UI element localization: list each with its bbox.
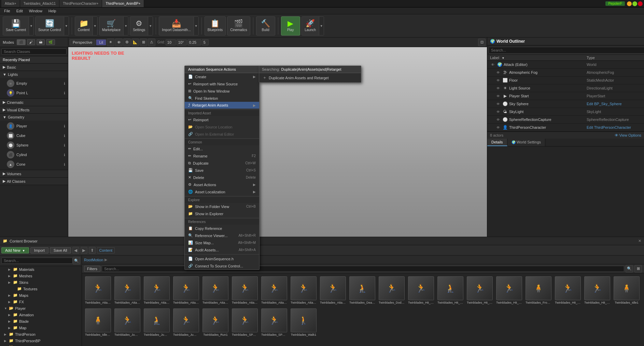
folder-textures[interactable]: 📁 Textures: [0, 286, 82, 292]
ctx-find-skeleton[interactable]: 🔍 Find Skeleton: [185, 95, 259, 102]
ctx-show-folder-view[interactable]: 📂 Show in Folder View Ctrl+B: [185, 203, 259, 210]
source-control-arrow[interactable]: ▼: [64, 17, 69, 35]
outliner-row-player-start[interactable]: 👁 ▶ Player Start PlayerStart: [487, 92, 644, 100]
save-current-arrow[interactable]: ▼: [29, 17, 33, 35]
vp-icon-btn-1[interactable]: ☀: [107, 39, 114, 46]
asset-spattack3[interactable]: 🏃 Twinblades_SPAttack3: [231, 307, 259, 338]
all-classes-section-header[interactable]: ▶ All Classes: [0, 178, 68, 185]
cb-nav-forward[interactable]: ▶: [81, 247, 87, 254]
import-datasmith-button[interactable]: 📥 Import Datasmith...: [159, 17, 193, 35]
title-tab-thirdperson[interactable]: ThirdPersonCharacter+: [59, 0, 102, 7]
vp-icon-btn-3[interactable]: ⚙: [123, 39, 131, 46]
menu-help[interactable]: Help: [46, 8, 59, 14]
asset-jump-start1[interactable]: 🏃 Twinblades_Jump_Start1: [172, 307, 200, 338]
asset-spattack4[interactable]: 🏃 Twinblades_SPAttack4: [260, 307, 288, 338]
outliner-row-thirdperson-char[interactable]: 👁 👤 ThirdPersonCharacter Edit ThirdPerso…: [487, 124, 644, 132]
play-button[interactable]: ▶ Play: [281, 16, 300, 36]
asset-attack12[interactable]: 🏃 Twinblades_Attack12: [113, 275, 141, 306]
asset-attack16[interactable]: 🏃 Twinblades_Attack16: [231, 275, 259, 306]
geometry-section-header[interactable]: ▼ Geometry: [0, 114, 68, 121]
ctx-rename[interactable]: ✏ Rename F2: [185, 152, 259, 160]
asset-idle-general1[interactable]: 🧍 Twinblades_Idle_General1: [84, 307, 112, 338]
ctx-open-animsequence[interactable]: 📄 Open AnimSequence.h: [185, 255, 259, 262]
grid-multiplier[interactable]: 5: [202, 39, 209, 45]
asset-attack17[interactable]: 🏃 Twinblades_Attack17: [260, 275, 288, 306]
grid-size[interactable]: 10: [166, 39, 176, 45]
asset-jump-fall1[interactable]: 🏃 Twinblades_Jump_Fall1: [113, 307, 141, 338]
outliner-row-atmos-fog[interactable]: 👁 🌫 Atmospheric Fog AtmosphericFog: [487, 69, 644, 77]
lights-item-pointl[interactable]: 💡 Point L ℹ: [0, 88, 68, 98]
asset-hit-fallown-end1[interactable]: 🧎 Twinblades_Hit_Fallown_End1: [436, 275, 464, 306]
cb-save-all-button[interactable]: Save All: [50, 247, 71, 253]
asset-idle1[interactable]: 🧍 Twinblades_Idle1: [613, 275, 641, 306]
geometry-player[interactable]: 👤 Player ℹ: [0, 121, 68, 131]
folder-maps[interactable]: ▶ 📁 Maps: [0, 292, 82, 299]
snap-scale[interactable]: 0.25: [187, 39, 201, 45]
search-classes-input[interactable]: [1, 49, 67, 55]
title-tab-animbp[interactable]: ThirdPerson_AnimBP+: [102, 0, 144, 7]
menu-window[interactable]: Window: [26, 8, 45, 14]
path-rootmotion[interactable]: RootMotion: [84, 258, 103, 262]
marketplace-button[interactable]: 🛒 Marketplace: [99, 17, 123, 35]
vp-icon-btn-6[interactable]: ⚠: [148, 39, 155, 46]
folder-fx[interactable]: ▶ 📁 FX: [0, 299, 82, 305]
blueprints-button[interactable]: 📋 Blueprints: [205, 16, 226, 36]
mode-paint[interactable]: 🖌: [27, 39, 35, 45]
folder-blade[interactable]: ▶ 📁 Blade: [0, 318, 82, 324]
cb-folder-search[interactable]: [1, 258, 73, 264]
mode-foliage[interactable]: 🌿: [46, 39, 55, 45]
cb-folder-search-icon[interactable]: 🔍: [73, 257, 80, 264]
outliner-row-sky-sphere[interactable]: 👁 ⚪ Sky Sphere Edit BP_Sky_Sphere: [487, 100, 644, 108]
mode-landscape[interactable]: 🏔: [37, 39, 45, 45]
outliner-row-floor[interactable]: 👁 ⬜ Floor StaticMeshActor: [487, 77, 644, 84]
cb-path-content[interactable]: Content: [97, 247, 115, 253]
perspective-dropdown[interactable]: Perspective: [70, 39, 95, 45]
asset-attack11[interactable]: 🏃 Twinblades_Attack11: [84, 275, 112, 306]
lit-mode-button[interactable]: Lit: [96, 39, 106, 45]
lights-section-header[interactable]: ▼ Lights: [0, 71, 68, 78]
asset-hit-back1[interactable]: 🏃 Twinblades_Hit_Back1: [407, 275, 435, 306]
asset-attack15[interactable]: 🏃 Twinblades_Attack15: [201, 275, 229, 306]
import-datasmith-arrow[interactable]: ▼: [194, 17, 198, 35]
ctx-duplicate[interactable]: ⧉ Duplicate Ctrl+W: [185, 160, 259, 167]
asset-hit-right1[interactable]: 🏃 Twinblades_Hit_Right1: [583, 275, 611, 306]
tab-world-settings[interactable]: 🌍 World Settings: [507, 139, 545, 146]
ctx-connect-source-control[interactable]: 🔗 Connect To Source Control...: [185, 262, 259, 269]
minimize-button[interactable]: [627, 1, 632, 6]
ctx-reimport[interactable]: ↩ Reimport: [185, 116, 259, 123]
folder-meshes[interactable]: ▶ 📁 Meshes: [0, 273, 82, 279]
asset-walk1[interactable]: 🚶 Twinblades_Walk1: [290, 307, 318, 338]
ctx-edit[interactable]: ✏ Edit...: [185, 145, 259, 152]
folder-skins[interactable]: ▶ 📁 Skins: [0, 279, 82, 286]
visual-effects-section-header[interactable]: ▶ Visual Effects: [0, 106, 68, 113]
menu-file[interactable]: File: [1, 8, 13, 14]
asset-dead1[interactable]: 🧎 Twinblades_Dead1: [348, 275, 376, 306]
maximize-button[interactable]: [632, 1, 637, 6]
basic-section-header[interactable]: ▶ Basic: [0, 64, 68, 71]
asset-dodge1[interactable]: 🏃 Twinblades_Dodge1: [378, 275, 406, 306]
title-tab-attack[interactable]: Attack+: [1, 0, 20, 7]
ctx-open-new-window[interactable]: ⊞ Open In New Window: [185, 87, 259, 95]
settings-button[interactable]: ⚙ Settings: [130, 17, 148, 35]
outliner-row-light-source[interactable]: 👁 ☀ Light Source DirectionalLight: [487, 84, 644, 92]
title-tab-attack11[interactable]: Twinblades_Attack11: [20, 0, 60, 7]
cb-filters-button[interactable]: Filters: [84, 266, 100, 272]
geometry-cube[interactable]: ⬜ Cube ℹ: [0, 131, 68, 140]
marketplace-arrow[interactable]: ▼: [123, 17, 128, 35]
cinematic-section-header[interactable]: ▶ Cinematic: [0, 99, 68, 106]
ctx-audit-assets[interactable]: 📝 Audit Assets... Alt+Shift+A: [185, 246, 259, 253]
cb-import-button[interactable]: Import: [30, 247, 48, 253]
asset-hit-fallown-loop1[interactable]: 🏃 Twinblades_Hit_Fallown_Loop1: [466, 275, 494, 306]
menu-edit[interactable]: Edit: [14, 8, 26, 14]
lights-item-empty1[interactable]: ○ Empty ℹ: [0, 79, 68, 88]
ctx-asset-localization[interactable]: 🌐 Asset Localization ▶: [185, 188, 259, 195]
asset-front1[interactable]: 🧍 Twinblades_Front1: [524, 275, 552, 306]
ctx-copy-reference[interactable]: 📋 Copy Reference: [185, 225, 259, 232]
folder-map[interactable]: ▶ 📁 Map: [0, 324, 82, 331]
asset-jump-land1[interactable]: 🧎 Twinblades_Jump_Land1: [143, 307, 171, 338]
asset-attack13[interactable]: 🏃 Twinblades_Attack13: [143, 275, 171, 306]
asset-hit-fallown-start1[interactable]: 🏃 Twinblades_Hit_Fallown_Start1: [495, 275, 523, 306]
cb-nav-up[interactable]: ⬆: [89, 247, 96, 254]
ctx-retarget-anim[interactable]: ⤴ Retarget Anim Assets ▶: [185, 102, 259, 109]
cinematics-button[interactable]: 🎬 Cinematics: [227, 16, 250, 36]
